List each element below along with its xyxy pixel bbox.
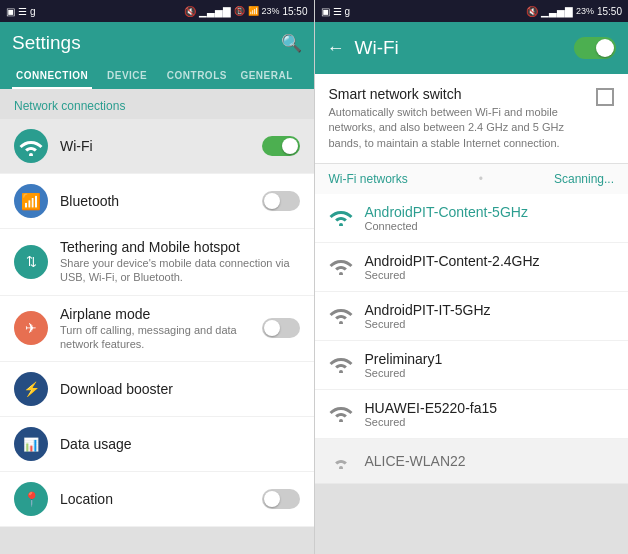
wifi-network-name: ALICE-WLAN22 bbox=[365, 453, 466, 469]
wifi-network-status: Secured bbox=[365, 269, 540, 281]
wifi-header-toggle[interactable] bbox=[574, 37, 616, 59]
left-status-icons: ▣ ☰ g bbox=[6, 6, 36, 17]
smart-switch-checkbox[interactable] bbox=[596, 88, 614, 106]
bluetooth-toggle[interactable] bbox=[262, 191, 300, 211]
tethering-item-title: Tethering and Mobile hotspot bbox=[60, 239, 300, 255]
wifi-network-item[interactable]: AndroidPIT-IT-5GHz Secured bbox=[315, 292, 629, 341]
search-icon[interactable]: 🔍 bbox=[281, 33, 302, 54]
svg-point-6 bbox=[339, 466, 343, 469]
smart-switch-text: Smart network switch Automatically switc… bbox=[329, 86, 587, 151]
wifi-signal-strength-icon bbox=[329, 304, 353, 328]
svg-point-0 bbox=[29, 153, 33, 156]
tab-controls[interactable]: CONTROLS bbox=[162, 62, 232, 89]
tethering-item-text: Tethering and Mobile hotspot Share your … bbox=[60, 239, 300, 285]
bluetooth-list-item[interactable]: 📶 Bluetooth bbox=[0, 174, 314, 229]
smart-switch-title: Smart network switch bbox=[329, 86, 587, 102]
location-item-title: Location bbox=[60, 491, 262, 507]
wifi-network-text: AndroidPIT-Content-2.4GHz Secured bbox=[365, 253, 540, 281]
tethering-list-item[interactable]: ⇅ Tethering and Mobile hotspot Share you… bbox=[0, 229, 314, 296]
download-booster-item-title: Download booster bbox=[60, 381, 300, 397]
data-usage-list-item[interactable]: 📊 Data usage bbox=[0, 417, 314, 472]
wifi-toggle[interactable] bbox=[262, 136, 300, 156]
wifi-icon-circle bbox=[14, 129, 48, 163]
tab-general[interactable]: GENERAL bbox=[232, 62, 302, 89]
airplane-item-subtitle: Turn off calling, messaging and data net… bbox=[60, 323, 262, 352]
wifi-network-name: Preliminary1 bbox=[365, 351, 443, 367]
right-time: 15:50 bbox=[597, 6, 622, 17]
data-usage-icon-circle: 📊 bbox=[14, 427, 48, 461]
left-menu-icon: ☰ bbox=[18, 6, 27, 17]
wifi-network-text: HUAWEI-E5220-fa15 Secured bbox=[365, 400, 498, 428]
airplane-item-title: Airplane mode bbox=[60, 306, 262, 322]
download-booster-item-text: Download booster bbox=[60, 381, 300, 397]
tab-device[interactable]: DEVICE bbox=[92, 62, 162, 89]
wifi-screen-title: Wi-Fi bbox=[355, 37, 565, 59]
location-list-item[interactable]: 📍 Location bbox=[0, 472, 314, 527]
wifi-network-status: Secured bbox=[365, 367, 443, 379]
svg-point-3 bbox=[339, 321, 343, 324]
right-status-right: 🔇 ▁▃▅▇ 23% 15:50 bbox=[526, 6, 622, 17]
wifi-signal-icon bbox=[19, 136, 43, 156]
download-booster-icon-circle: ⚡ bbox=[14, 372, 48, 406]
tethering-icon-circle: ⇅ bbox=[14, 245, 48, 279]
wifi-item-text: Wi-Fi bbox=[60, 138, 262, 154]
left-header: Settings 🔍 CONNECTION DEVICE CONTROLS GE… bbox=[0, 22, 314, 89]
wifi-network-text: ALICE-WLAN22 bbox=[365, 453, 466, 469]
left-app-icon: ▣ bbox=[6, 6, 15, 17]
smart-switch-box: Smart network switch Automatically switc… bbox=[315, 74, 629, 164]
left-status-bar: ▣ ☰ g 🔇 ▁▃▅▇ 📵 📶 23% 15:50 bbox=[0, 0, 314, 22]
right-status-bar: ▣ ☰ g 🔇 ▁▃▅▇ 23% 15:50 bbox=[315, 0, 629, 22]
left-time: 15:50 bbox=[282, 6, 307, 17]
wifi-network-text: AndroidPIT-Content-5GHz Connected bbox=[365, 204, 528, 232]
wifi-network-name: AndroidPIT-IT-5GHz bbox=[365, 302, 491, 318]
wifi-signal-strength-icon bbox=[329, 402, 353, 426]
svg-point-2 bbox=[339, 272, 343, 275]
location-icon-circle: 📍 bbox=[14, 482, 48, 516]
right-mute-icon: 🔇 bbox=[526, 6, 538, 17]
svg-point-1 bbox=[339, 223, 343, 226]
location-item-text: Location bbox=[60, 491, 262, 507]
svg-point-4 bbox=[339, 370, 343, 373]
tabs-bar: CONNECTION DEVICE CONTROLS GENERAL bbox=[12, 62, 302, 89]
download-booster-list-item[interactable]: ⚡ Download booster bbox=[0, 362, 314, 417]
wifi-network-item[interactable]: AndroidPIT-Content-2.4GHz Secured bbox=[315, 243, 629, 292]
left-scroll-area: Network connections Wi-Fi 📶 Bluetooth bbox=[0, 89, 314, 554]
settings-title-row: Settings 🔍 bbox=[12, 32, 302, 62]
data-usage-item-text: Data usage bbox=[60, 436, 300, 452]
scanning-label: Scanning... bbox=[554, 172, 614, 186]
wifi-network-item[interactable]: ALICE-WLAN22 bbox=[315, 439, 629, 484]
bluetooth-icon-circle: 📶 bbox=[14, 184, 48, 218]
wifi-networks-list: AndroidPIT-Content-5GHz Connected Androi… bbox=[315, 194, 629, 554]
wifi-network-status: Secured bbox=[365, 318, 491, 330]
wifi-signal-strength-icon bbox=[329, 353, 353, 377]
left-battery-pct: 📵 📶 23% bbox=[234, 6, 279, 16]
right-signal-bars: ▁▃▅▇ bbox=[541, 6, 573, 17]
dot-separator: • bbox=[479, 172, 483, 186]
wifi-network-item[interactable]: AndroidPIT-Content-5GHz Connected bbox=[315, 194, 629, 243]
wifi-network-item[interactable]: Preliminary1 Secured bbox=[315, 341, 629, 390]
data-usage-item-title: Data usage bbox=[60, 436, 300, 452]
tab-connection[interactable]: CONNECTION bbox=[12, 62, 92, 89]
wifi-network-name: AndroidPIT-Content-5GHz bbox=[365, 204, 528, 220]
right-status-icons: ▣ ☰ g bbox=[321, 6, 351, 17]
back-arrow-icon[interactable]: ← bbox=[327, 38, 345, 59]
wifi-network-text: AndroidPIT-IT-5GHz Secured bbox=[365, 302, 491, 330]
left-signal-bars: ▁▃▅▇ bbox=[199, 6, 231, 17]
left-signal-text: g bbox=[30, 6, 36, 17]
wifi-list-item[interactable]: Wi-Fi bbox=[0, 119, 314, 174]
wifi-network-name: HUAWEI-E5220-fa15 bbox=[365, 400, 498, 416]
bluetooth-item-title: Bluetooth bbox=[60, 193, 262, 209]
wifi-network-item[interactable]: HUAWEI-E5220-fa15 Secured bbox=[315, 390, 629, 439]
wifi-signal-strength-icon bbox=[329, 449, 353, 473]
right-app-icon: ▣ bbox=[321, 6, 330, 17]
airplane-list-item[interactable]: ✈ Airplane mode Turn off calling, messag… bbox=[0, 296, 314, 363]
wifi-network-status: Connected bbox=[365, 220, 528, 232]
airplane-toggle[interactable] bbox=[262, 318, 300, 338]
wifi-network-status: Secured bbox=[365, 416, 498, 428]
tethering-item-subtitle: Share your device's mobile data connecti… bbox=[60, 256, 300, 285]
left-panel: ▣ ☰ g 🔇 ▁▃▅▇ 📵 📶 23% 15:50 Settings 🔍 CO… bbox=[0, 0, 315, 554]
wifi-networks-header: Wi-Fi networks • Scanning... bbox=[315, 164, 629, 194]
location-toggle[interactable] bbox=[262, 489, 300, 509]
wifi-network-name: AndroidPIT-Content-2.4GHz bbox=[365, 253, 540, 269]
bluetooth-item-text: Bluetooth bbox=[60, 193, 262, 209]
